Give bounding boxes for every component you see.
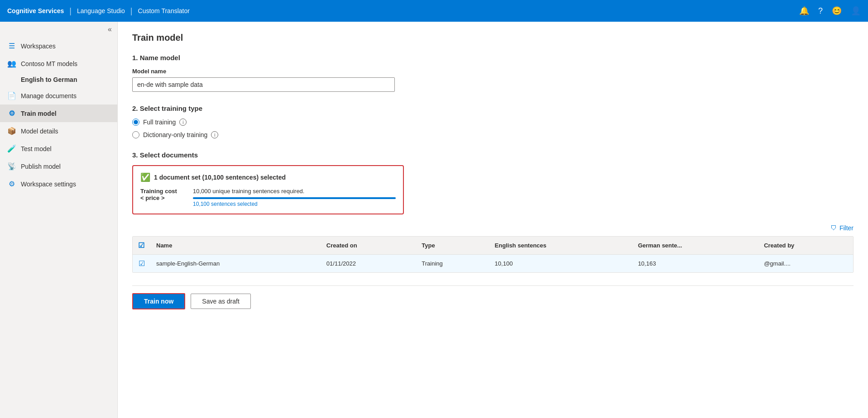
training-cost-price: < price > xyxy=(140,195,186,201)
topnav-right: 🔔 ? 😊 👤 xyxy=(799,6,861,16)
sidebar-item-label: Test model xyxy=(21,145,52,152)
docs-content: Training cost < price > 10,000 unique tr… xyxy=(140,188,396,207)
row-created-by: @gmail.... xyxy=(758,255,853,273)
sidebar-item-label: Workspaces xyxy=(21,43,56,50)
sidebar-item-label: Workspace settings xyxy=(21,180,76,188)
sidebar-item-workspaces[interactable]: ☰ Workspaces xyxy=(0,37,117,55)
sidebar-item-manage-docs[interactable]: 📄 Manage documents xyxy=(0,87,117,104)
sidebar-item-label: Model details xyxy=(21,128,58,135)
sidebar-collapse[interactable]: « xyxy=(0,22,117,37)
filter-label: Filter xyxy=(839,224,854,232)
layout: « ☰ Workspaces 👥 Contoso MT models Engli… xyxy=(0,22,868,418)
workspace-settings-icon: ⚙ xyxy=(7,180,16,188)
sidebar-item-test-model[interactable]: 🧪 Test model xyxy=(0,140,117,157)
row-en-sentences: 10,100 xyxy=(489,255,633,273)
sidebar-item-label: Contoso MT models xyxy=(21,60,77,67)
row-created-on: 01/11/2022 xyxy=(321,255,416,273)
sidebar-item-label: Publish model xyxy=(21,163,61,170)
col-created-on: Created on xyxy=(321,237,416,255)
section3-heading: 3. Select documents xyxy=(132,151,854,159)
training-type-group: Full training i Dictionary-only training… xyxy=(132,119,854,138)
col-en-sentences: English sentences xyxy=(489,237,633,255)
contoso-icon: 👥 xyxy=(7,59,16,68)
filter-bar: ⛉ Filter xyxy=(132,222,854,234)
training-cost-label: Training cost xyxy=(140,188,186,195)
train-model-icon: ⚙ xyxy=(7,109,16,118)
sidebar-item-model-details[interactable]: 📦 Model details xyxy=(0,122,117,140)
col-name: Name xyxy=(151,237,321,255)
sidebar-item-label: Manage documents xyxy=(21,92,77,100)
training-cost-label-block: Training cost < price > xyxy=(140,188,186,207)
section-training-type: 2. Select training type Full training i … xyxy=(132,104,854,138)
main-content: Train model 1. Name model Model name 2. … xyxy=(118,22,868,418)
model-name-label: Model name xyxy=(132,68,854,75)
brand: Cognitive Services xyxy=(7,7,64,14)
full-training-info-icon[interactable]: i xyxy=(179,119,187,126)
sidebar: « ☰ Workspaces 👥 Contoso MT models Engli… xyxy=(0,22,118,418)
full-training-option[interactable]: Full training i xyxy=(132,119,854,126)
col-de-sentences: German sente... xyxy=(633,237,758,255)
dict-only-label: Dictionary-only training xyxy=(143,131,207,138)
progress-bar-container xyxy=(193,197,396,199)
progress-bar-fill xyxy=(193,197,396,199)
docs-detail: 10,000 unique training sentences require… xyxy=(193,188,396,207)
row-checkbox[interactable]: ☑ xyxy=(139,260,145,267)
full-training-radio[interactable] xyxy=(132,119,139,126)
manage-docs-icon: 📄 xyxy=(7,91,16,100)
custom-translator-link[interactable]: Custom Translator xyxy=(138,7,190,14)
topnav: Cognitive Services | Language Studio | C… xyxy=(0,0,868,22)
docs-selection-header: ✅ 1 document set (10,100 sentences) sele… xyxy=(140,172,396,182)
dict-only-radio[interactable] xyxy=(132,131,139,138)
sidebar-item-workspace-settings[interactable]: ⚙ Workspace settings xyxy=(0,175,117,193)
dict-only-info-icon[interactable]: i xyxy=(211,131,218,138)
docs-selection-box: ✅ 1 document set (10,100 sentences) sele… xyxy=(132,165,404,214)
model-name-input[interactable] xyxy=(132,77,395,92)
required-text: 10,000 unique training sentences require… xyxy=(193,188,396,195)
sep1: | xyxy=(69,6,72,16)
page-title: Train model xyxy=(132,33,854,43)
row-name: sample-English-German xyxy=(151,255,321,273)
language-studio-link[interactable]: Language Studio xyxy=(77,7,125,14)
documents-table: ☑ Name Created on Type English sentences… xyxy=(133,237,853,272)
selection-header-text: 1 document set (10,100 sentences) select… xyxy=(154,174,286,181)
profile-icon[interactable]: 👤 xyxy=(851,6,861,16)
action-bar: Train now Save as draft xyxy=(132,285,854,313)
sidebar-item-english-german[interactable]: English to German xyxy=(0,72,117,87)
save-draft-button[interactable]: Save as draft xyxy=(191,294,251,309)
sidebar-item-contoso[interactable]: 👥 Contoso MT models xyxy=(0,55,117,72)
col-checkbox: ☑ xyxy=(133,237,151,255)
progress-text: 10,100 sentences selected xyxy=(193,201,396,207)
sidebar-item-label: English to German xyxy=(21,76,77,83)
account-icon[interactable]: 😊 xyxy=(832,6,842,16)
section-name-model: 1. Name model Model name xyxy=(132,54,854,92)
full-training-label: Full training xyxy=(143,119,176,126)
train-now-button[interactable]: Train now xyxy=(132,293,185,309)
section2-heading: 2. Select training type xyxy=(132,104,854,112)
collapse-button[interactable]: « xyxy=(108,25,112,33)
table-row: ☑ sample-English-German 01/11/2022 Train… xyxy=(133,255,853,273)
row-de-sentences: 10,163 xyxy=(633,255,758,273)
workspaces-icon: ☰ xyxy=(7,42,16,50)
dict-only-option[interactable]: Dictionary-only training i xyxy=(132,131,854,138)
header-checkbox[interactable]: ☑ xyxy=(138,242,144,249)
check-circle-icon: ✅ xyxy=(140,172,150,182)
filter-button[interactable]: ⛉ Filter xyxy=(830,224,854,232)
model-details-icon: 📦 xyxy=(7,127,16,135)
sidebar-item-publish-model[interactable]: 📡 Publish model xyxy=(0,157,117,175)
col-type: Type xyxy=(416,237,489,255)
section-select-documents: 3. Select documents ✅ 1 document set (10… xyxy=(132,151,854,273)
publish-model-icon: 📡 xyxy=(7,162,16,171)
filter-icon: ⛉ xyxy=(830,224,837,232)
sidebar-item-label: Train model xyxy=(21,110,57,117)
table-container: ☑ Name Created on Type English sentences… xyxy=(132,236,854,273)
notifications-icon[interactable]: 🔔 xyxy=(799,6,809,16)
sep2: | xyxy=(130,6,133,16)
sidebar-item-train-model[interactable]: ⚙ Train model xyxy=(0,104,117,122)
row-checkbox-cell[interactable]: ☑ xyxy=(133,255,151,273)
col-created-by: Created by xyxy=(758,237,853,255)
help-icon[interactable]: ? xyxy=(818,6,823,16)
table-header-row: ☑ Name Created on Type English sentences… xyxy=(133,237,853,255)
test-model-icon: 🧪 xyxy=(7,144,16,153)
section1-heading: 1. Name model xyxy=(132,54,854,62)
row-type: Training xyxy=(416,255,489,273)
